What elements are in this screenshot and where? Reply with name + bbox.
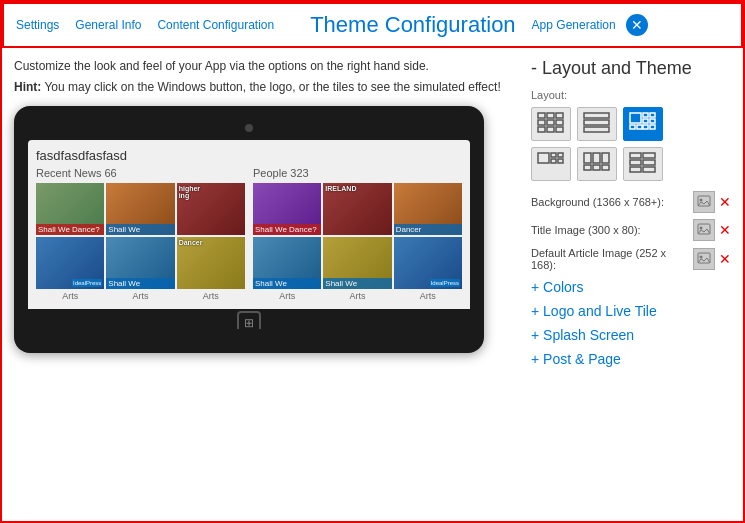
tile-9-overlay: Dancer (394, 224, 462, 235)
svg-rect-37 (643, 167, 655, 172)
close-button[interactable]: ✕ (626, 14, 648, 36)
hint-body: You may click on the Windows button, the… (44, 80, 500, 94)
col1: Recent News 66 Shall We Dance? Shall We … (36, 167, 245, 301)
svg-rect-30 (593, 165, 600, 170)
arts-label-1: Arts (36, 291, 104, 301)
screen-inner: fasdfasdfasfasd Recent News 66 Shall We … (28, 140, 470, 309)
svg-rect-2 (556, 113, 563, 118)
svg-point-43 (700, 256, 703, 259)
header: Settings General Info Content Configurat… (2, 2, 743, 48)
svg-point-41 (700, 227, 703, 230)
svg-rect-12 (630, 113, 641, 123)
nav-general-info[interactable]: General Info (75, 18, 141, 32)
tablet-preview: fasdfasdfasfasd Recent News 66 Shall We … (14, 106, 484, 353)
svg-rect-7 (547, 127, 554, 132)
arts-label-5: Arts (323, 291, 391, 301)
layout-options (531, 107, 731, 181)
tile-2[interactable]: Shall We (106, 183, 174, 235)
tile-7[interactable]: Shall We Dance? (253, 183, 321, 235)
svg-rect-25 (558, 159, 563, 163)
layout-option-1[interactable] (531, 107, 571, 141)
svg-rect-26 (584, 153, 591, 163)
hint-label: Hint: (14, 80, 41, 94)
expand-logo[interactable]: + Logo and Live Tile (531, 303, 731, 319)
tablet-screen[interactable]: fasdfasdfasfasd Recent News 66 Shall We … (28, 140, 470, 329)
tile-10-overlay: Shall We (253, 278, 321, 289)
svg-rect-34 (630, 160, 641, 165)
svg-rect-28 (602, 153, 609, 163)
arts-label-3: Arts (177, 291, 245, 301)
expand-post[interactable]: + Post & Page (531, 351, 731, 367)
tile-11[interactable]: Shall We (323, 237, 391, 289)
arts-label-6: Arts (394, 291, 462, 301)
section-layout-title: - Layout and Theme (531, 58, 731, 79)
tile-9[interactable]: Dancer (394, 183, 462, 235)
svg-rect-14 (643, 119, 648, 123)
layout-option-6[interactable] (623, 147, 663, 181)
right-panel: - Layout and Theme Layout: (531, 58, 731, 501)
title-img-upload-icon[interactable] (693, 219, 715, 241)
tile-3[interactable]: highering (177, 183, 245, 235)
default-img-field-row: Default Article Image (252 x 168): ✕ (531, 247, 731, 271)
default-img-upload-icon[interactable] (693, 248, 715, 270)
expand-colors[interactable]: + Colors (531, 279, 731, 295)
tile-4[interactable]: IdealPress (36, 237, 104, 289)
svg-rect-9 (584, 113, 609, 118)
title-img-label: Title Image (300 x 80): (531, 224, 693, 236)
bg-delete-icon[interactable]: ✕ (719, 194, 731, 210)
arts-label-2: Arts (106, 291, 174, 301)
tile-5-overlay: Shall We (106, 278, 174, 289)
svg-rect-13 (643, 113, 648, 117)
col1-header: Recent News 66 (36, 167, 245, 179)
layout-option-3[interactable] (623, 107, 663, 141)
left-panel: Customize the look and feel of your App … (14, 58, 515, 501)
screen-columns: Recent News 66 Shall We Dance? Shall We … (36, 167, 462, 301)
svg-point-39 (700, 199, 703, 202)
svg-rect-27 (593, 153, 600, 163)
svg-rect-31 (602, 165, 609, 170)
svg-rect-5 (556, 120, 563, 125)
tile-6-label: Dancer (179, 239, 203, 246)
expand-splash[interactable]: + Splash Screen (531, 327, 731, 343)
svg-rect-23 (558, 153, 563, 157)
description-line1: Customize the look and feel of your App … (14, 58, 515, 75)
layout-option-4[interactable] (531, 147, 571, 181)
tile-8[interactable]: IRELAND (323, 183, 391, 235)
bg-field-label: Background (1366 x 768+): (531, 196, 693, 208)
tile-1-overlay: Shall We Dance? (36, 224, 104, 235)
col2-header: People 323 (253, 167, 462, 179)
svg-rect-19 (643, 125, 648, 129)
col2: People 323 Shall We Dance? IRELAND Dance… (253, 167, 462, 301)
bg-field-row: Background (1366 x 768+): ✕ (531, 191, 731, 213)
tile-5[interactable]: Shall We (106, 237, 174, 289)
svg-rect-6 (538, 127, 545, 132)
nav-content-config[interactable]: Content Configuration (157, 18, 274, 32)
tile-6[interactable]: Dancer (177, 237, 245, 289)
tile-7-overlay: Shall We Dance? (253, 224, 321, 235)
tile-11-overlay: Shall We (323, 278, 391, 289)
windows-home-button[interactable]: ⊞ (237, 311, 261, 329)
tile-12-logo: IdealPress (430, 279, 460, 287)
title-img-delete-icon[interactable]: ✕ (719, 222, 731, 238)
svg-rect-3 (538, 120, 545, 125)
tile-1[interactable]: Shall We Dance? (36, 183, 104, 235)
nav-app-generation[interactable]: App Generation (532, 18, 616, 32)
layout-option-2[interactable] (577, 107, 617, 141)
tile-12[interactable]: IdealPress (394, 237, 462, 289)
layout-option-5[interactable] (577, 147, 617, 181)
tiles-grid-2: Shall We Dance? IRELAND Dancer Shall We (253, 183, 462, 289)
tile-10[interactable]: Shall We (253, 237, 321, 289)
arts-label-4: Arts (253, 291, 321, 301)
svg-rect-10 (584, 120, 609, 125)
layout-label: Layout: (531, 89, 731, 101)
svg-rect-32 (630, 153, 641, 158)
default-img-delete-icon[interactable]: ✕ (719, 251, 731, 267)
tile-8-label: IRELAND (325, 185, 356, 192)
nav-settings[interactable]: Settings (16, 18, 59, 32)
svg-rect-4 (547, 120, 554, 125)
tile-4-logo: IdealPress (72, 279, 102, 287)
bg-upload-icon[interactable] (693, 191, 715, 213)
nav-bar: Settings General Info Content Configurat… (16, 12, 616, 38)
svg-rect-8 (556, 127, 563, 132)
svg-rect-1 (547, 113, 554, 118)
